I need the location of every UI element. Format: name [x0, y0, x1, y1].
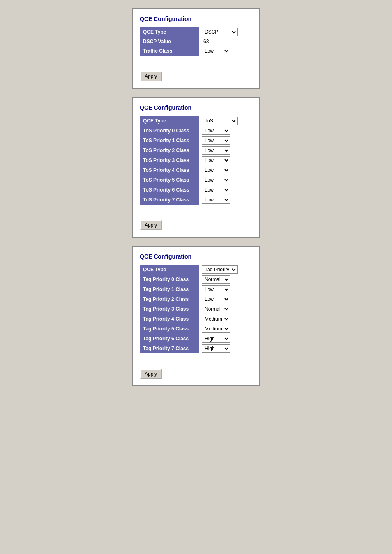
dscp-form-table: QCE Type DSCP ToS Tag Priority DSCP Valu… — [140, 27, 252, 56]
dscp-value-label: DSCP Value — [140, 37, 199, 46]
tp-7-label: Tag Priority 7 Class — [140, 344, 199, 353]
tp-3-select[interactable]: LowNormalMediumHigh — [202, 305, 230, 313]
tos-form-table: QCE Type DSCP ToS Tag Priority ToS Prior… — [140, 116, 252, 205]
tp-4-select[interactable]: LowNormalMediumHigh — [202, 315, 230, 323]
tos-3-select[interactable]: LowNormalMediumHigh — [202, 156, 230, 164]
tos-0-select[interactable]: LowNormalMediumHigh — [202, 127, 230, 135]
tagpriority-form-table: QCE Type DSCP ToS Tag Priority Tag Prior… — [140, 265, 252, 353]
tos-6-row: ToS Priority 6 Class LowNormalMediumHigh — [140, 185, 252, 195]
tos-7-row: ToS Priority 7 Class LowNormalMediumHigh — [140, 195, 252, 205]
tos-1-label: ToS Priority 1 Class — [140, 136, 199, 145]
dscp-value-input[interactable] — [202, 38, 222, 45]
dscp-value-row: DSCP Value — [140, 37, 252, 46]
apply-button-2[interactable]: Apply — [140, 220, 162, 230]
panel-tos-title: QCE Configuration — [140, 104, 252, 111]
apply-button-1[interactable]: Apply — [140, 72, 162, 81]
tp-2-select[interactable]: LowNormalMediumHigh — [202, 295, 230, 303]
tp-0-select[interactable]: LowNormalMediumHigh — [202, 275, 230, 284]
tp-6-select[interactable]: LowNormalMediumHigh — [202, 335, 230, 343]
tp-4-row: Tag Priority 4 Class LowNormalMediumHigh — [140, 314, 252, 324]
traffic-class-label: Traffic Class — [140, 46, 199, 56]
tos-0-row: ToS Priority 0 Class LowNormalMediumHigh — [140, 126, 252, 136]
qce-type-row-tp: QCE Type DSCP ToS Tag Priority — [140, 265, 252, 275]
tp-5-label: Tag Priority 5 Class — [140, 324, 199, 334]
tp-5-select[interactable]: LowNormalMediumHigh — [202, 325, 230, 333]
tos-2-label: ToS Priority 2 Class — [140, 145, 199, 155]
tp-1-label: Tag Priority 1 Class — [140, 284, 199, 294]
tos-4-select[interactable]: LowNormalMediumHigh — [202, 166, 230, 174]
tos-1-select[interactable]: LowNormalMediumHigh — [202, 136, 230, 145]
tos-2-select[interactable]: LowNormalMediumHigh — [202, 146, 230, 155]
tos-4-row: ToS Priority 4 Class LowNormalMediumHigh — [140, 165, 252, 175]
tp-6-label: Tag Priority 6 Class — [140, 334, 199, 344]
tos-2-row: ToS Priority 2 Class LowNormalMediumHigh — [140, 145, 252, 155]
tp-7-row: Tag Priority 7 Class LowNormalMediumHigh — [140, 344, 252, 353]
qce-type-tos-label: QCE Type — [140, 116, 199, 126]
tp-5-row: Tag Priority 5 Class LowNormalMediumHigh — [140, 324, 252, 334]
apply-row-2: Apply — [140, 219, 252, 230]
tos-0-label: ToS Priority 0 Class — [140, 126, 199, 136]
tos-3-row: ToS Priority 3 Class LowNormalMediumHigh — [140, 155, 252, 165]
tp-4-label: Tag Priority 4 Class — [140, 314, 199, 324]
panel-tagpriority: QCE Configuration QCE Type DSCP ToS Tag … — [132, 246, 260, 386]
tos-7-label: ToS Priority 7 Class — [140, 195, 199, 205]
qce-type-row: QCE Type DSCP ToS Tag Priority — [140, 27, 252, 37]
tp-7-select[interactable]: LowNormalMediumHigh — [202, 344, 230, 353]
tp-0-row: Tag Priority 0 Class LowNormalMediumHigh — [140, 275, 252, 284]
panel-tagpriority-title: QCE Configuration — [140, 253, 252, 260]
panel-dscp: QCE Configuration QCE Type DSCP ToS Tag … — [132, 8, 260, 89]
qce-type-select-tos[interactable]: DSCP ToS Tag Priority — [202, 117, 238, 125]
tos-4-label: ToS Priority 4 Class — [140, 165, 199, 175]
tp-2-label: Tag Priority 2 Class — [140, 294, 199, 304]
apply-button-3[interactable]: Apply — [140, 369, 162, 379]
tp-0-label: Tag Priority 0 Class — [140, 275, 199, 284]
apply-row-1: Apply — [140, 70, 252, 81]
tos-6-select[interactable]: LowNormalMediumHigh — [202, 186, 230, 194]
tos-5-row: ToS Priority 5 Class LowNormalMediumHigh — [140, 175, 252, 185]
tos-1-row: ToS Priority 1 Class LowNormalMediumHigh — [140, 136, 252, 145]
panel-tos: QCE Configuration QCE Type DSCP ToS Tag … — [132, 97, 260, 238]
tos-6-label: ToS Priority 6 Class — [140, 185, 199, 195]
qce-type-label: QCE Type — [140, 27, 199, 37]
tos-5-label: ToS Priority 5 Class — [140, 175, 199, 185]
qce-type-row-tos: QCE Type DSCP ToS Tag Priority — [140, 116, 252, 126]
traffic-class-row: Traffic Class Low Normal Medium High — [140, 46, 252, 56]
qce-type-select-1[interactable]: DSCP ToS Tag Priority — [202, 28, 238, 36]
tp-1-select[interactable]: LowNormalMediumHigh — [202, 285, 230, 293]
tp-3-row: Tag Priority 3 Class LowNormalMediumHigh — [140, 304, 252, 314]
tp-2-row: Tag Priority 2 Class LowNormalMediumHigh — [140, 294, 252, 304]
tos-5-select[interactable]: LowNormalMediumHigh — [202, 176, 230, 184]
tp-1-row: Tag Priority 1 Class LowNormalMediumHigh — [140, 284, 252, 294]
tos-3-label: ToS Priority 3 Class — [140, 155, 199, 165]
tos-7-select[interactable]: LowNormalMediumHigh — [202, 196, 230, 204]
qce-type-tp-label: QCE Type — [140, 265, 199, 275]
tp-6-row: Tag Priority 6 Class LowNormalMediumHigh — [140, 334, 252, 344]
apply-row-3: Apply — [140, 367, 252, 379]
tp-3-label: Tag Priority 3 Class — [140, 304, 199, 314]
traffic-class-select[interactable]: Low Normal Medium High — [202, 47, 230, 55]
qce-type-select-tp[interactable]: DSCP ToS Tag Priority — [202, 265, 238, 274]
panel-dscp-title: QCE Configuration — [140, 16, 252, 22]
